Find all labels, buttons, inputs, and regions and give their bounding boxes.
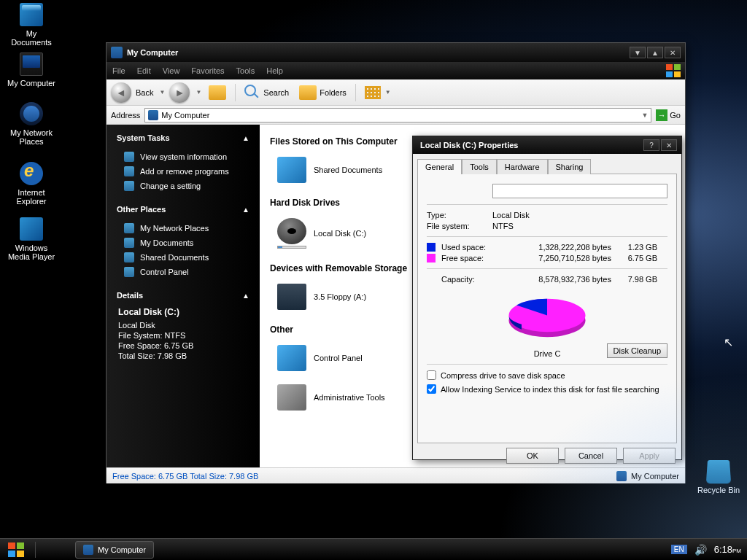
capacity-bytes: 8,578,932,736 bytes [516, 275, 611, 284]
free-swatch [427, 254, 436, 262]
search-icon [244, 85, 260, 101]
svg-rect-7 [17, 542, 24, 549]
compress-checkbox[interactable] [427, 370, 436, 380]
svg-rect-8 [8, 551, 15, 557]
address-input[interactable]: My Computer ▼ [144, 108, 651, 122]
go-button[interactable]: → Go [656, 109, 681, 121]
tab-tools[interactable]: Tools [462, 159, 497, 174]
cancel-button[interactable]: Cancel [565, 448, 617, 464]
forward-dropdown[interactable]: ▼ [196, 89, 201, 96]
titlebar[interactable]: My Computer ▼ ▲ ✕ [107, 43, 685, 62]
task-change-setting[interactable]: Change a setting [117, 179, 249, 193]
info-icon [124, 152, 134, 162]
used-label: Used space: [441, 243, 511, 252]
desktop[interactable]: My Documents My Computer My Network Plac… [0, 0, 747, 538]
details-total: Total Size: 7.98 GB [118, 351, 249, 361]
address-dropdown[interactable]: ▼ [641, 112, 648, 119]
compress-label: Compress drive to save disk space [441, 371, 565, 380]
separator [235, 84, 236, 101]
icon-my-computer[interactable]: My Computer [6, 52, 57, 88]
start-button[interactable] [0, 540, 32, 560]
dialog-titlebar[interactable]: Local Disk (C:) Properties ? ✕ [413, 136, 681, 154]
forward-button[interactable]: ► [169, 82, 190, 103]
details-free: Free Space: 6.75 GB [118, 341, 249, 351]
views-icon [365, 86, 381, 99]
svg-rect-0 [666, 64, 673, 70]
network-icon [20, 102, 43, 125]
menubar: File Edit View Favorites Tools Help [107, 62, 685, 79]
taskbar-item-mycomputer[interactable]: My Computer [75, 541, 154, 559]
computer-icon [83, 545, 93, 555]
tab-sharing[interactable]: Sharing [548, 159, 592, 174]
menu-favorites[interactable]: Favorites [191, 66, 224, 75]
icon-network-places[interactable]: My Network Places [6, 102, 57, 146]
programs-icon [124, 166, 134, 176]
other-places-header[interactable]: Other Places▲ [117, 205, 249, 214]
volume-icon[interactable]: 🔊 [694, 544, 707, 556]
views-button[interactable]: ▼ [362, 85, 394, 101]
tab-hardware[interactable]: Hardware [497, 159, 548, 174]
details-header[interactable]: Details▲ [117, 291, 249, 300]
disk-cleanup-button[interactable]: Disk Cleanup [607, 343, 667, 358]
address-label: Address [111, 111, 140, 120]
capacity-label: Capacity: [441, 275, 511, 284]
status-right: My Computer [631, 472, 679, 481]
separator [355, 84, 356, 101]
place-documents[interactable]: My Documents [117, 236, 249, 250]
search-button[interactable]: Search [241, 83, 292, 102]
used-bytes: 1,328,222,208 bytes [516, 243, 611, 252]
cp-icon [124, 267, 134, 277]
place-control-panel[interactable]: Control Panel [117, 265, 249, 279]
maximize-button[interactable]: ▲ [647, 47, 663, 58]
cursor-icon: ↖ [724, 335, 733, 349]
properties-dialog: Local Disk (C:) Properties ? ✕ General T… [412, 136, 682, 460]
tab-general[interactable]: General [417, 159, 462, 174]
menu-file[interactable]: File [112, 66, 125, 75]
ie-icon [20, 162, 43, 185]
up-folder-icon [209, 85, 226, 100]
documents-icon [20, 3, 43, 26]
menu-view[interactable]: View [163, 66, 180, 75]
up-button[interactable] [206, 84, 229, 101]
indexing-checkbox[interactable] [427, 384, 436, 394]
fs-value: NTFS [492, 222, 514, 230]
network-icon [124, 223, 134, 233]
ok-button[interactable]: OK [506, 448, 559, 464]
windows-logo-icon [666, 64, 681, 77]
toolbar: ◄ Back ▼ ► ▼ Search Folders ▼ [107, 79, 685, 106]
control-panel-icon [277, 345, 306, 371]
apply-button[interactable]: Apply [623, 448, 676, 464]
minimize-button[interactable]: ▼ [630, 47, 646, 58]
icon-internet-explorer[interactable]: Internet Explorer [6, 162, 57, 206]
close-button[interactable]: ✕ [665, 47, 681, 58]
place-network[interactable]: My Network Places [117, 221, 249, 236]
svg-rect-6 [8, 542, 15, 549]
language-indicator[interactable]: EN [671, 545, 687, 554]
menu-help[interactable]: Help [266, 66, 283, 75]
dialog-close-button[interactable]: ✕ [661, 139, 677, 151]
free-gb: 6.75 GB [617, 254, 657, 262]
back-button[interactable]: ◄ [111, 82, 131, 103]
tabs: General Tools Hardware Sharing [413, 154, 681, 174]
menu-edit[interactable]: Edit [137, 66, 151, 75]
help-button[interactable]: ? [643, 139, 659, 151]
svg-rect-9 [17, 551, 24, 557]
icon-wmp[interactable]: Windows Media Player [6, 217, 57, 261]
window-title: My Computer [127, 48, 625, 57]
folders-button[interactable]: Folders [296, 84, 349, 101]
folders-icon [299, 85, 317, 100]
disk-usage-pie-chart [496, 292, 598, 343]
back-dropdown[interactable]: ▼ [159, 89, 165, 96]
place-shared[interactable]: Shared Documents [117, 250, 249, 265]
menu-tools[interactable]: Tools [236, 66, 255, 75]
addressbar: Address My Computer ▼ → Go [107, 106, 685, 125]
task-view-info[interactable]: View system information [117, 149, 249, 164]
clock[interactable]: 6:18PM [714, 545, 741, 554]
system-tray: EN 🔊 6:18PM [671, 544, 747, 556]
task-add-remove[interactable]: Add or remove programs [117, 164, 249, 179]
fs-label: File system: [427, 222, 492, 230]
volume-label-input[interactable] [492, 184, 667, 198]
icon-recycle-bin[interactable]: Recycle Bin [693, 459, 744, 494]
system-tasks-header[interactable]: System Tasks▲ [117, 133, 249, 142]
icon-my-documents[interactable]: My Documents [6, 3, 57, 47]
